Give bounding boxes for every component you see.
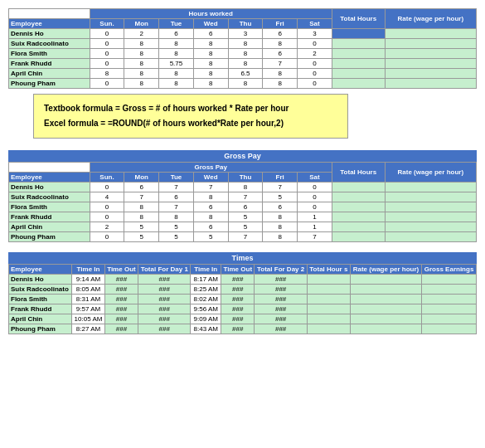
times-in2-header: Time In xyxy=(191,265,221,275)
tue-header: Tue xyxy=(159,19,194,29)
gross-rate-header: Rate (wage per hour) xyxy=(385,163,476,183)
table-row: April Chin 10:05 AM###### 9:09 AM###### xyxy=(9,314,477,324)
times-total1-header: Total For Day 1 xyxy=(138,265,191,275)
table-row: Suix Radcoolinato 0888880 xyxy=(9,39,477,49)
employee-header: Employee xyxy=(9,19,90,29)
table-row: Suix Radcoolinato 4768750 xyxy=(9,192,477,202)
table-row: Phoung Pham 0555787 xyxy=(9,232,477,242)
table-row: Frank Rhudd 9:57 AM###### 9:56 AM###### xyxy=(9,304,477,314)
spreadsheet: Hours worked Total Hours Rate (wage per … xyxy=(8,8,477,334)
times-employee-header: Employee xyxy=(9,265,72,275)
sun-header: Sun. xyxy=(90,19,124,29)
times-section-title: Times xyxy=(8,252,477,264)
table-row: Dennis Ho 9:14 AM###### 8:17 AM###### xyxy=(9,275,477,285)
table-row: Dennis Ho 026 636 3 xyxy=(9,29,477,39)
gross-total-hours-header: Total Hours xyxy=(332,163,385,183)
mon-header: Mon xyxy=(124,19,159,29)
table-row: Frank Rhudd 0888581 xyxy=(9,212,477,222)
sat-header: Sat xyxy=(298,19,332,29)
table-row: Phoung Pham 8:27 AM###### 8:43 AM###### xyxy=(9,324,477,334)
table-row: Flora Smith 0888862 xyxy=(9,49,477,59)
times-table: Employee Time In Time Out Total For Day … xyxy=(8,264,477,334)
hours-worked-header: Hours worked xyxy=(90,9,332,19)
formula-textbook: Textbook formula = Gross = # of hours wo… xyxy=(44,101,337,116)
fri-header: Fri xyxy=(263,19,298,29)
times-out1-header: Time Out xyxy=(104,265,138,275)
formula-excel: Excel formula = =ROUND(# of hours worked… xyxy=(44,116,337,131)
table-row: April Chin 88886.580 xyxy=(9,69,477,79)
times-total2-header: Total For Day 2 xyxy=(255,265,307,275)
wed-header: Wed xyxy=(193,19,228,29)
table-row: Phoung Pham 0888880 xyxy=(9,79,477,89)
gross-employee-header: Employee xyxy=(9,173,90,183)
table-row: Frank Rhudd 085.758870 xyxy=(9,59,477,69)
thu-header: Thu xyxy=(228,19,263,29)
times-in1-header: Time In xyxy=(72,265,105,275)
table-row: Flora Smith 8:31 AM###### 8:02 AM###### xyxy=(9,295,477,304)
gross-pay-table: Gross Pay Total Hours Rate (wage per hou… xyxy=(8,162,477,242)
gross-hours-worked-header: Gross Pay xyxy=(90,163,332,173)
times-gross-header: Gross Earnings xyxy=(422,265,477,275)
table-row: April Chin 2556581 xyxy=(9,222,477,232)
times-total-hours-header: Total Hour s xyxy=(307,265,350,275)
times-out2-header: Time Out xyxy=(221,265,255,275)
table-row: Suix Radcoolinato 8:05 AM###### 8:25 AM#… xyxy=(9,285,477,295)
table-row: Dennis Ho 0677870 xyxy=(9,183,477,192)
hours-worked-table: Hours worked Total Hours Rate (wage per … xyxy=(8,8,477,89)
rate-header: Rate (wage per hour) xyxy=(385,9,476,29)
total-hours-header: Total Hours xyxy=(332,9,385,29)
formula-box: Textbook formula = Gross = # of hours wo… xyxy=(33,94,348,139)
gross-pay-section-title: Gross Pay xyxy=(8,150,477,162)
spacer-table1 xyxy=(8,145,477,149)
table-row: Flora Smith 0876660 xyxy=(9,202,477,212)
times-rate-header: Rate (wage per hour) xyxy=(350,265,421,275)
